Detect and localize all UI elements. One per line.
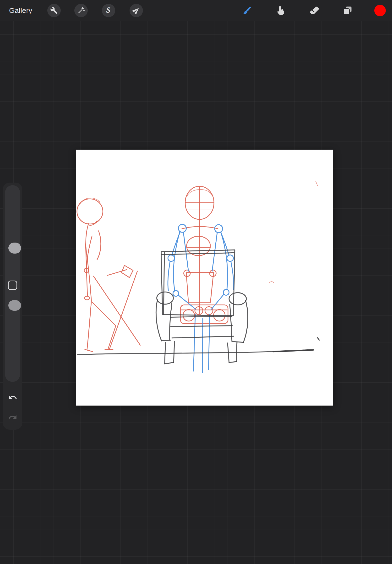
transform-button[interactable]	[129, 4, 143, 17]
workspace-background[interactable]	[0, 21, 392, 564]
procreate-window: Gallery S	[0, 0, 392, 564]
undo-icon	[8, 393, 17, 402]
sidebar-controls	[3, 183, 22, 430]
smudge-tool-button[interactable]	[275, 5, 286, 16]
eraser-icon	[309, 5, 319, 16]
transform-arrow-icon	[132, 7, 140, 14]
sketch-red-standing-figure	[77, 198, 140, 352]
undo-button[interactable]	[8, 392, 17, 402]
selection-button[interactable]: S	[102, 4, 115, 17]
smudge-finger-icon	[275, 5, 286, 16]
layers-icon	[342, 5, 353, 16]
color-swatch-button[interactable]	[374, 5, 386, 16]
sketch-blue-construction	[168, 224, 234, 372]
sketch-drawing	[76, 150, 333, 406]
redo-button[interactable]	[8, 412, 17, 422]
erase-tool-button[interactable]	[308, 5, 320, 16]
drawing-canvas[interactable]	[76, 150, 333, 406]
opacity-slider-handle[interactable]	[8, 300, 21, 311]
wrench-icon	[50, 7, 58, 14]
redo-icon	[8, 413, 17, 422]
paint-tool-button[interactable]	[241, 5, 253, 16]
gallery-button[interactable]: Gallery	[9, 0, 32, 21]
top-toolbar: Gallery S	[0, 0, 392, 21]
magic-wand-icon	[77, 7, 85, 14]
actions-button[interactable]	[47, 4, 61, 17]
modify-button[interactable]	[8, 281, 17, 290]
adjustments-button[interactable]	[74, 4, 88, 17]
slider-track	[5, 185, 20, 382]
sketch-red-seated-figure	[181, 181, 317, 324]
brush-size-slider-handle[interactable]	[8, 243, 21, 254]
paintbrush-icon	[242, 5, 252, 16]
selection-s-icon: S	[106, 6, 111, 14]
layers-button[interactable]	[342, 5, 353, 16]
